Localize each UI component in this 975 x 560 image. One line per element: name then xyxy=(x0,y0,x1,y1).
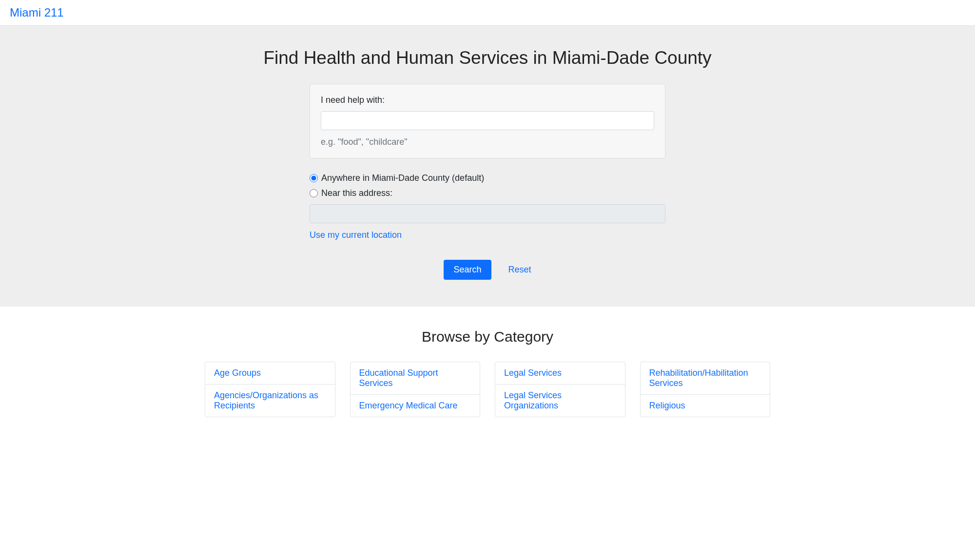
category-link[interactable]: Age Groups xyxy=(214,368,261,378)
category-link[interactable]: Legal Services xyxy=(504,368,562,378)
category-column: Rehabilitation/Habilitation ServicesReli… xyxy=(640,362,771,417)
brand-link[interactable]: Miami 211 xyxy=(10,6,64,19)
search-button[interactable]: Search xyxy=(444,260,491,280)
category-link[interactable]: Legal Services Organizations xyxy=(504,390,562,410)
location-block: Anywhere in Miami-Dade County (default) … xyxy=(310,173,665,280)
category-item: Rehabilitation/Habilitation Services xyxy=(641,362,770,395)
hero-section: Find Health and Human Services in Miami-… xyxy=(0,26,975,307)
address-input[interactable] xyxy=(310,204,665,223)
category-item: Age Groups xyxy=(205,362,335,385)
category-link[interactable]: Educational Support Services xyxy=(359,368,438,388)
category-column: Educational Support ServicesEmergency Me… xyxy=(350,362,481,417)
radio-near-label: Near this address: xyxy=(321,188,392,198)
category-item: Religious xyxy=(641,395,770,417)
category-column: Age GroupsAgencies/Organizations as Reci… xyxy=(205,362,335,417)
category-item: Educational Support Services xyxy=(351,362,480,395)
radio-near-row[interactable]: Near this address: xyxy=(310,188,665,198)
search-label: I need help with: xyxy=(321,95,654,105)
category-link[interactable]: Emergency Medical Care xyxy=(359,401,458,410)
category-link[interactable]: Religious xyxy=(649,401,685,410)
search-card: I need help with: e.g. "food", "childcar… xyxy=(310,84,665,158)
navbar: Miami 211 xyxy=(0,0,975,26)
radio-anywhere-label: Anywhere in Miami-Dade County (default) xyxy=(321,173,484,183)
category-link[interactable]: Agencies/Organizations as Recipients xyxy=(214,390,318,410)
radio-near[interactable] xyxy=(310,189,318,197)
search-input[interactable] xyxy=(321,111,654,130)
page-title: Find Health and Human Services in Miami-… xyxy=(205,48,770,68)
radio-anywhere-row[interactable]: Anywhere in Miami-Dade County (default) xyxy=(310,173,665,183)
category-item: Legal Services Organizations xyxy=(495,385,625,417)
button-row: Search Reset xyxy=(310,260,665,280)
radio-anywhere[interactable] xyxy=(310,174,318,182)
search-help-text: e.g. "food", "childcare" xyxy=(321,137,654,147)
category-columns: Age GroupsAgencies/Organizations as Reci… xyxy=(205,362,770,417)
category-column: Legal ServicesLegal Services Organizatio… xyxy=(495,362,625,417)
category-item: Legal Services xyxy=(495,362,625,385)
category-link[interactable]: Rehabilitation/Habilitation Services xyxy=(649,368,748,388)
reset-button[interactable]: Reset xyxy=(508,265,531,275)
browse-heading: Browse by Category xyxy=(205,328,770,345)
use-location-link[interactable]: Use my current location xyxy=(310,230,402,240)
category-item: Emergency Medical Care xyxy=(351,395,480,417)
browse-section: Browse by Category Age GroupsAgencies/Or… xyxy=(0,307,975,439)
category-item: Agencies/Organizations as Recipients xyxy=(205,385,335,417)
